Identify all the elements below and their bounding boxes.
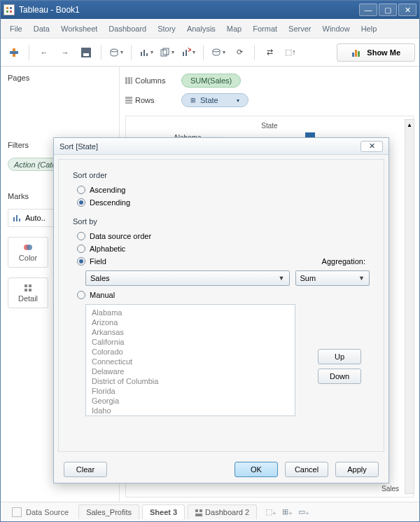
color-label: Color [19,254,37,262]
swap-button[interactable]: ⇄ [260,43,279,62]
detail-label: Detail [18,294,38,303]
field-select[interactable]: Sales▼ [85,270,290,286]
menubar: File Data Worksheet Dashboard Story Anal… [1,19,419,39]
aggregation-label: Aggregation: [319,257,365,266]
svg-rect-34 [125,99,132,102]
bar-icon [13,214,21,222]
detail-shelf[interactable]: Detail [8,277,48,308]
svg-rect-5 [10,51,18,54]
dialog-footer: Clear OK Cancel Apply [54,456,388,483]
new-worksheet-icon[interactable]: ⬚₊ [265,507,276,516]
list-item[interactable]: Arkansas [92,327,289,337]
menu-format[interactable]: Format [248,22,282,36]
svg-point-17 [213,49,220,52]
scrollbar[interactable]: ▲ [405,119,414,494]
ok-button[interactable]: OK [234,462,278,477]
rows-shelf[interactable]: Rows ⊞State▾ [125,90,414,110]
menu-data[interactable]: Data [29,22,55,36]
radio-ascending[interactable]: Ascending [73,184,370,196]
manual-listbox[interactable]: Alabama Arizona Arkansas California Colo… [85,304,295,416]
sort-by-label: Sort by [73,217,370,226]
svg-rect-12 [161,50,167,56]
pages-shelf[interactable] [8,90,112,132]
auto-update-button[interactable] [209,43,227,62]
menu-story[interactable]: Story [153,22,181,36]
radio-manual[interactable]: Manual [73,289,370,301]
menu-analysis[interactable]: Analysis [182,22,220,36]
refresh-button[interactable]: ⟳ [230,43,248,62]
sort-dialog: Sort [State] ✕ Sort order Ascending Desc… [53,137,389,483]
svg-rect-23 [19,219,20,221]
radio-field[interactable]: Field [77,257,106,266]
new-story-icon[interactable]: ▭₊ [298,507,309,516]
svg-rect-19 [355,50,357,57]
pages-title: Pages [8,71,112,85]
new-dashboard-icon[interactable]: ⊞₊ [282,507,293,516]
svg-rect-32 [131,77,132,84]
svg-rect-11 [146,53,148,56]
menu-window[interactable]: Window [318,22,355,36]
back-button[interactable]: ← [35,43,53,62]
svg-rect-9 [141,52,142,56]
cancel-button[interactable]: Cancel [285,462,328,477]
radio-icon [77,186,85,194]
menu-file[interactable]: File [5,22,27,36]
show-me-button[interactable]: Show Me [337,43,415,62]
list-item[interactable]: District of Columbia [92,376,289,386]
svg-rect-36 [195,509,198,512]
close-button[interactable]: ✕ [398,4,416,16]
new-worksheet-button[interactable] [137,43,155,62]
sort-asc-button[interactable]: ⬚↑ [281,43,300,62]
data-source-tab[interactable]: Data Source [5,504,76,520]
radio-data-source-order[interactable]: Data source order [73,230,370,242]
tab-sheet-3[interactable]: Sheet 3 [142,504,185,519]
radio-icon [77,232,85,240]
clear-button[interactable]: ✕ [179,43,197,62]
forward-button[interactable]: → [56,43,74,62]
new-data-source-button[interactable] [107,43,125,62]
svg-point-25 [27,245,32,250]
list-item[interactable]: Delaware [92,366,289,376]
svg-rect-22 [16,215,18,221]
list-item[interactable]: Arizona [92,317,289,327]
columns-pill[interactable]: SUM(Sales) [181,74,241,88]
list-item[interactable]: California [92,337,289,347]
list-item[interactable]: Colorado [92,347,289,357]
list-item[interactable]: Idaho [92,406,289,415]
radio-descending[interactable]: Descending [73,196,370,209]
list-item[interactable]: Alabama [92,308,289,317]
tab-dashboard-2[interactable]: Dashboard 2 [188,504,257,519]
up-button[interactable]: Up [318,349,361,364]
clear-button[interactable]: Clear [64,462,107,477]
svg-rect-13 [163,48,169,55]
tab-sales-profits[interactable]: Sales_Profits [78,504,139,519]
sort-order-label: Sort order [73,171,370,179]
list-item[interactable]: Connecticut [92,357,289,366]
apply-button[interactable]: Apply [335,462,379,477]
duplicate-button[interactable] [158,43,176,62]
menu-help[interactable]: Help [356,22,382,36]
menu-dashboard[interactable]: Dashboard [104,22,151,36]
svg-rect-31 [128,77,130,84]
color-icon [23,242,33,252]
viz-column-header: State [132,122,407,130]
menu-map[interactable]: Map [222,22,246,36]
columns-label: Columns [125,76,174,85]
color-shelf[interactable]: Color [8,237,48,268]
dialog-close-button[interactable]: ✕ [360,141,383,152]
radio-alphabetic[interactable]: Alphabetic [73,242,370,255]
tableau-logo-icon[interactable] [5,43,23,62]
maximize-button[interactable]: ▢ [379,4,397,16]
dialog-titlebar: Sort [State] ✕ [54,138,388,155]
save-button[interactable] [77,43,95,62]
list-item[interactable]: Florida [92,386,289,396]
columns-shelf[interactable]: Columns SUM(Sales) [125,71,414,90]
aggregation-select[interactable]: Sum▼ [295,270,370,286]
list-item[interactable]: Georgia [92,396,289,406]
menu-server[interactable]: Server [284,22,316,36]
minimize-button[interactable]: — [359,4,377,16]
down-button[interactable]: Down [318,369,361,384]
svg-rect-2 [6,11,8,13]
menu-worksheet[interactable]: Worksheet [56,22,102,36]
rows-pill[interactable]: ⊞State▾ [181,93,248,107]
